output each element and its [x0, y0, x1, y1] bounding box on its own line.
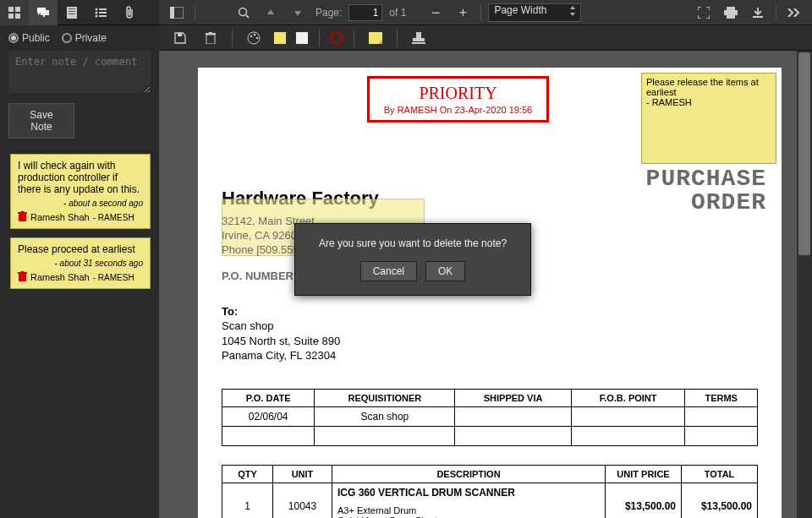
highlight-white-swatch[interactable] — [295, 31, 309, 45]
print-icon — [724, 7, 738, 19]
zoom-in-button[interactable]: + — [452, 2, 474, 24]
search-button[interactable] — [233, 2, 255, 24]
tab-attach[interactable] — [115, 0, 144, 25]
privacy-row: Public Private — [0, 25, 159, 51]
svg-point-35 — [256, 36, 258, 38]
svg-rect-17 — [19, 274, 26, 281]
color-picker-button[interactable] — [243, 27, 265, 49]
highlight-yellow-swatch[interactable] — [273, 31, 287, 45]
svg-rect-18 — [18, 272, 27, 274]
svg-rect-37 — [416, 32, 421, 38]
svg-rect-2 — [8, 14, 14, 19]
svg-rect-14 — [19, 214, 26, 221]
note-org: - RAMESH — [93, 213, 134, 222]
circle-annot-button[interactable] — [330, 31, 343, 45]
svg-rect-7 — [69, 14, 75, 14]
save-note-button[interactable]: Save Note — [8, 103, 74, 139]
download-icon — [752, 7, 764, 19]
tab-comments[interactable] — [29, 0, 58, 25]
prev-page-button[interactable] — [260, 2, 282, 24]
note-card[interactable]: I will check again with production contr… — [10, 154, 151, 229]
sticky-annotation[interactable]: Please release the items at earliest - R… — [641, 73, 776, 164]
note-meta: - about 31 seconds ago — [18, 259, 143, 268]
sidebar-tabs — [0, 0, 159, 25]
table-row — [222, 426, 758, 445]
note-author: Ramesh Shah — [30, 272, 90, 282]
stamp-button[interactable] — [408, 27, 430, 49]
svg-rect-26 — [727, 14, 735, 19]
svg-rect-31 — [209, 32, 212, 33]
radio-private-label: Private — [75, 32, 107, 44]
tab-outline[interactable] — [86, 0, 115, 25]
page-input[interactable] — [348, 4, 382, 21]
svg-point-33 — [250, 35, 252, 36]
save-annot-button[interactable] — [169, 27, 191, 49]
priority-title: PRIORITY — [370, 84, 546, 103]
svg-rect-19 — [21, 271, 25, 272]
viewer-toolbar: Page: of 1 − + Page Width — [159, 0, 812, 25]
delete-annot-button[interactable] — [200, 27, 222, 49]
download-button[interactable] — [747, 2, 769, 24]
info-table: P.O. DATE REQUISITIONER SHIPPED VIA F.O.… — [222, 389, 758, 446]
svg-rect-24 — [727, 7, 735, 10]
trash-icon[interactable] — [18, 271, 27, 283]
note-footer: Ramesh Shah - RAMESH — [18, 271, 143, 283]
more-tools-button[interactable] — [783, 2, 805, 24]
next-page-button[interactable] — [287, 2, 309, 24]
notes-list: I will check again with production contr… — [0, 149, 159, 297]
chat-icon — [36, 7, 50, 19]
tab-thumbnails[interactable] — [0, 0, 29, 25]
radio-dot-icon — [62, 33, 72, 43]
arrow-down-icon — [293, 8, 303, 18]
table-row: 1 10043 ICG 360 VERTICAL DRUM SCANNER A3… — [222, 483, 758, 518]
svg-rect-3 — [15, 14, 20, 19]
sidebar-icon — [170, 7, 184, 19]
svg-rect-30 — [206, 33, 216, 35]
radio-dot-icon — [8, 33, 19, 43]
svg-rect-38 — [413, 38, 425, 41]
radio-private[interactable]: Private — [62, 32, 107, 44]
svg-point-12 — [96, 15, 98, 18]
priority-stamp[interactable]: PRIORITY By RAMESH On 23-Apr-2020 19:56 — [367, 76, 549, 123]
note-meta: - about a second ago — [18, 199, 143, 208]
svg-rect-13 — [99, 15, 107, 17]
svg-rect-21 — [170, 7, 174, 19]
page-label: Page: — [315, 7, 342, 19]
grid-icon — [8, 7, 20, 19]
fullscreen-button[interactable] — [693, 2, 715, 24]
note-input[interactable] — [8, 51, 151, 93]
note-author: Ramesh Shah — [30, 212, 90, 222]
sticky-icon — [369, 32, 382, 44]
zoom-select[interactable]: Page Width — [488, 3, 581, 22]
list-icon — [95, 8, 107, 18]
radio-public[interactable]: Public — [8, 32, 50, 44]
note-text: I will check again with production contr… — [18, 160, 143, 195]
svg-point-22 — [239, 8, 247, 15]
toggle-sidebar-button[interactable] — [166, 2, 188, 24]
trash-icon[interactable] — [18, 211, 27, 223]
fullscreen-icon — [698, 7, 710, 19]
modal-message: Are you sure you want to delete the note… — [307, 237, 518, 249]
tab-doc[interactable] — [58, 0, 86, 25]
to-block: To: Scan shop 1045 North st, Suite 890 P… — [222, 304, 758, 363]
note-text: Please proceed at earliest — [18, 243, 143, 255]
scrollbar-thumb[interactable] — [798, 52, 810, 255]
radio-public-label: Public — [22, 32, 50, 44]
vertical-scrollbar[interactable] — [797, 51, 812, 518]
svg-rect-15 — [18, 212, 27, 214]
svg-rect-27 — [753, 16, 763, 18]
zoom-out-button[interactable]: − — [425, 2, 447, 24]
sticky-note-button[interactable] — [365, 27, 387, 49]
svg-rect-0 — [8, 7, 14, 12]
ok-button[interactable]: OK — [425, 261, 465, 281]
svg-rect-1 — [15, 7, 20, 12]
cancel-button[interactable]: Cancel — [360, 261, 417, 281]
svg-point-10 — [96, 12, 98, 14]
svg-rect-29 — [206, 35, 215, 44]
note-card[interactable]: Please proceed at earliest - about 31 se… — [10, 237, 151, 289]
page-icon — [67, 7, 77, 19]
print-button[interactable] — [720, 2, 742, 24]
svg-rect-11 — [99, 12, 107, 14]
svg-rect-16 — [21, 211, 25, 212]
stamp-icon — [412, 32, 425, 44]
